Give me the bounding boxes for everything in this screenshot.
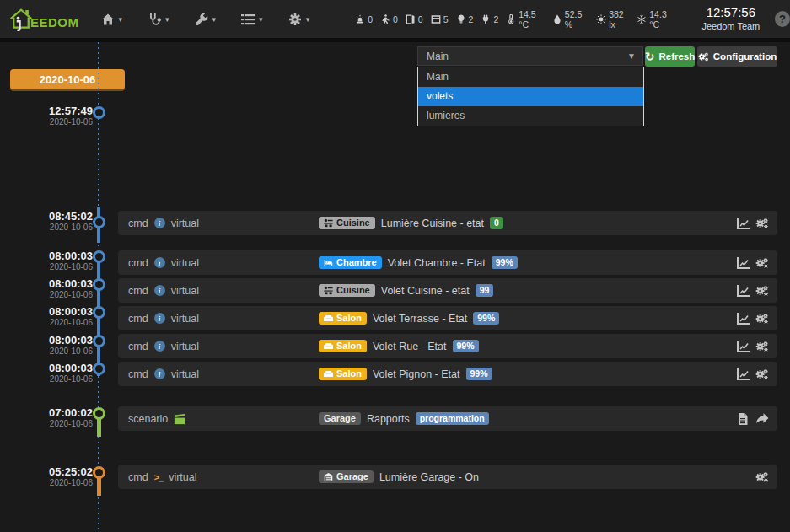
light-bulb-icon [456,14,466,24]
event-subtype: virtual [171,368,199,380]
summary-value: 52.5 % [565,9,588,30]
chevron-down-icon: ▾ [212,15,217,24]
timeline-timestamp: 08:45:022020-10-06 [0,211,93,232]
view-select[interactable]: Main ▼ [417,46,643,66]
event-row: cmd>_virtual GarageLumière Garage - On [118,465,777,489]
settings-gear-icon [288,13,302,26]
dropdown-option-main[interactable]: Main [418,67,643,87]
info-icon[interactable]: i [154,218,165,228]
cogs-icon[interactable] [755,256,769,270]
refresh-button[interactable]: ↻ Refresh [645,46,695,67]
summary-luminosity[interactable]: 382 lx [596,9,629,30]
timeline-marker-green [93,407,105,420]
chart-icon[interactable] [736,368,750,381]
humidity-icon [552,14,562,24]
room-badge: Cuisine [319,284,375,297]
menu-health[interactable]: ▾ [148,13,169,26]
chart-icon[interactable] [736,217,750,230]
chart-icon[interactable] [736,340,750,353]
summary-light[interactable]: 2 [456,14,474,24]
menu-summary[interactable]: ▾ [241,13,263,26]
jeedom-logo[interactable]: EEDOM [8,8,79,31]
room-badge: Salon [319,340,367,352]
menu-home[interactable]: ▾ [101,13,123,26]
cogs-icon[interactable] [755,368,769,381]
chart-icon[interactable] [736,256,750,270]
room-badge: Chambre [319,256,382,269]
summary-temperature[interactable]: 14.5 °C [506,9,545,30]
share-icon[interactable] [755,412,769,426]
cogs-icon[interactable] [755,312,769,325]
file-icon[interactable] [736,412,750,426]
menu-tools[interactable]: ▾ [195,13,217,26]
event-type: cmd [128,285,148,297]
chart-icon[interactable] [736,284,750,298]
timeline-marker [93,106,105,119]
cogs-icon[interactable] [755,217,769,230]
help-icon[interactable]: ? [775,11,790,27]
timeline-marker [93,216,105,228]
navbar: EEDOM ▾ ▾ ▾ ▾ ▾ 0 [0,0,790,42]
cogs-icon [698,51,709,62]
thermometer-icon [506,14,516,24]
chart-icon[interactable] [736,312,750,325]
value-badge: 99% [466,368,492,380]
room-badge: Garage [319,470,374,483]
timeline-marker [93,250,105,263]
info-icon[interactable]: i [154,313,165,324]
clock-user-block[interactable]: 12:57:56 Jeedom Team [694,5,768,33]
configuration-button[interactable]: Configuration [697,46,777,67]
info-icon[interactable]: i [154,257,165,268]
configuration-label: Configuration [713,51,777,62]
summary-outlet[interactable]: 2 [481,14,498,24]
timeline-date-badge: 2020-10-06 [10,69,125,89]
global-summary: 0 0 0 5 2 2 14.5 °C 52.5 % 382 lx 14.3 °… [355,9,675,30]
brightness-icon [596,14,606,24]
info-icon[interactable]: i [154,285,165,296]
event-subtype: virtual [171,257,199,269]
menu-settings[interactable]: ▾ [288,13,310,26]
summary-value: 0 [418,14,423,24]
summary-outdoor-temp[interactable]: 14.3 °C [637,9,675,30]
info-icon[interactable]: i [154,368,165,379]
dropdown-option-lumieres[interactable]: lumieres [418,106,643,126]
chevron-down-icon: ▾ [259,15,263,24]
event-subtype: virtual [171,341,199,352]
dropdown-option-volets[interactable]: volets [418,87,643,106]
value-badge: 99% [473,312,499,325]
timeline-timestamp: 07:00:022020-10-06 [0,407,93,428]
summary-door[interactable]: 0 [406,14,423,24]
event-row: cmdivirtual ChambreVolet Chambre - Etat9… [118,250,777,275]
refresh-label: Refresh [658,51,695,62]
tools-icon [195,13,208,26]
view-select-dropdown: Main volets lumieres [417,67,644,126]
timeline-marker [93,335,105,347]
health-icon [148,13,161,26]
timeline-timestamp: 08:00:032020-10-06 [0,363,93,384]
refresh-icon: ↻ [645,51,655,62]
value-badge: 0 [490,217,503,229]
chevron-down-icon: ▾ [119,15,123,24]
warehouse-icon [324,472,333,481]
room-badge: Cuisine [319,217,375,229]
summary-value: 14.5 °C [519,9,545,30]
event-title: Rapports [367,413,410,425]
summary-humidity[interactable]: 52.5 % [552,9,588,30]
cogs-icon[interactable] [755,470,769,484]
cogs-icon[interactable] [755,340,769,353]
bed-icon [324,258,333,267]
event-title: Volet Terrasse - Etat [373,313,467,325]
event-subtype: virtual [169,471,196,483]
summary-alarm[interactable]: 0 [355,14,373,24]
summary-motion[interactable]: 0 [380,14,398,24]
main-menu: ▾ ▾ ▾ ▾ ▾ [101,13,310,26]
value-badge: programmation [416,412,489,425]
event-type: cmd [128,471,148,483]
info-icon[interactable]: i [154,341,165,352]
event-subtype: virtual [171,218,199,229]
cogs-icon[interactable] [755,284,769,298]
room-badge: Salon [319,368,367,380]
timeline-timestamp: 08:00:032020-10-06 [0,250,93,271]
summary-window[interactable]: 5 [431,14,449,24]
value-badge: 99 [476,284,494,297]
